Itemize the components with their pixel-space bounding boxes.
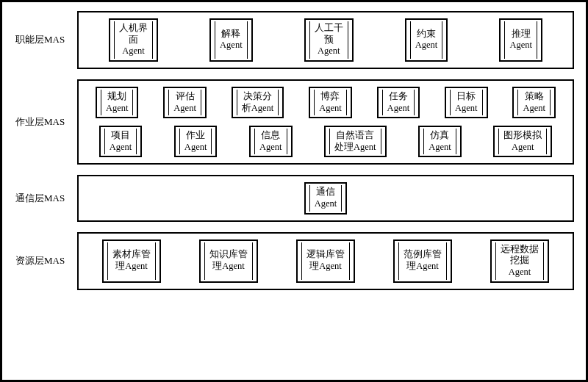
layer-functional: 职能层MAS 人机界 面 Agent 解释 Agent 人工干 预 Agent … xyxy=(12,11,574,69)
agent-project: 项目 Agent xyxy=(99,126,143,157)
agent-information: 信息 Agent xyxy=(249,126,293,157)
agent-hci: 人机界 面 Agent xyxy=(109,18,158,62)
layer-box-functional: 人机界 面 Agent 解释 Agent 人工干 预 Agent 约束 Agen… xyxy=(77,11,574,69)
agent-logic-db: 逻辑库管 理Agent xyxy=(296,239,355,283)
agent-constraint: 约束 Agent xyxy=(405,18,448,62)
layer-label-operation: 作业层MAS xyxy=(12,115,77,129)
agent-row: 项目 Agent 作业 Agent 信息 Agent 自然语言 处理Agent … xyxy=(86,126,565,157)
agent-communication: 通信 Agent xyxy=(304,182,348,214)
layer-box-operation: 规划 Agent 评估 Agent 决策分 析Agent 博弈 Agent 任务… xyxy=(77,79,574,165)
agent-case-db: 范例库管 理Agent xyxy=(393,239,452,283)
diagram-frame: 职能层MAS 人机界 面 Agent 解释 Agent 人工干 预 Agent … xyxy=(0,0,588,382)
layer-operation: 作业层MAS 规划 Agent 评估 Agent 决策分 析Agent 博弈 A… xyxy=(12,79,574,165)
agent-task: 任务 Agent xyxy=(377,87,420,118)
agent-row: 通信 Agent xyxy=(86,182,565,214)
layer-box-resource: 素材库管 理Agent 知识库管 理Agent 逻辑库管 理Agent 范例库管… xyxy=(77,232,574,290)
agent-game: 博弈 Agent xyxy=(309,87,352,118)
agent-manual-intervene: 人工干 预 Agent xyxy=(304,18,354,62)
agent-strategy: 策略 Agent xyxy=(512,87,556,118)
agent-row: 素材库管 理Agent 知识库管 理Agent 逻辑库管 理Agent 范例库管… xyxy=(86,239,565,283)
layer-label-communication: 通信层MAS xyxy=(12,192,77,205)
agent-explain: 解释 Agent xyxy=(209,18,253,62)
agent-material-db: 素材库管 理Agent xyxy=(102,239,161,283)
agent-job: 作业 Agent xyxy=(174,126,218,157)
agent-planning: 规划 Agent xyxy=(96,87,139,118)
agent-reasoning: 推理 Agent xyxy=(499,18,542,62)
agent-evaluation: 评估 Agent xyxy=(163,87,207,118)
agent-nlp: 自然语言 处理Agent xyxy=(324,126,387,157)
layer-communication: 通信层MAS 通信 Agent xyxy=(12,175,574,221)
agent-knowledge-db: 知识库管 理Agent xyxy=(199,239,258,283)
agent-simulation: 仿真 Agent xyxy=(418,126,462,157)
layer-label-resource: 资源层MAS xyxy=(12,254,77,267)
layer-label-functional: 职能层MAS xyxy=(12,33,77,46)
agent-decision-analysis: 决策分 析Agent xyxy=(232,87,284,118)
agent-row: 人机界 面 Agent 解释 Agent 人工干 预 Agent 约束 Agen… xyxy=(86,18,565,62)
layer-box-communication: 通信 Agent xyxy=(77,175,574,221)
agent-target: 日标 Agent xyxy=(445,87,488,118)
layer-resource: 资源层MAS 素材库管 理Agent 知识库管 理Agent 逻辑库管 理Age… xyxy=(12,232,574,290)
agent-row: 规划 Agent 评估 Agent 决策分 析Agent 博弈 Agent 任务… xyxy=(86,87,565,118)
agent-graphics-sim: 图形模拟 Agent xyxy=(493,126,552,157)
agent-remote-mining: 远程数据 挖掘 Agent xyxy=(490,239,549,283)
